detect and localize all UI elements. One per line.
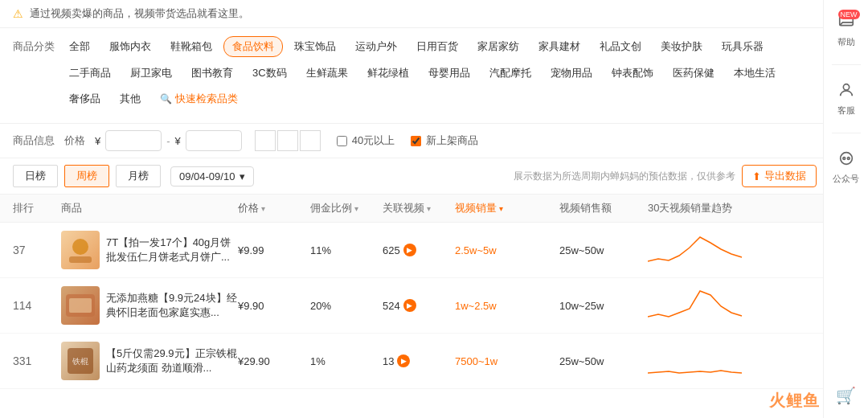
category-row-3: 奢侈品 其他 🔍 快速检索品类 [13,89,855,109]
sidebar-divider-2 [832,133,861,133]
price-label: 价格 [64,133,85,148]
sidebar-wechat[interactable]: 公众号 [833,150,859,185]
cat-pets[interactable]: 宠物用品 [542,64,600,83]
cat-auto[interactable]: 汽配摩托 [481,64,539,83]
sales-amount-2: 10w~25w [559,300,648,312]
th-video-sales[interactable]: 视频销量 ▾ [455,201,559,215]
th-rank: 排行 [13,201,61,215]
related-video-2: 524 ▶ [383,299,455,312]
new-products-label: 新上架商品 [426,133,478,148]
related-video-count-3: 13 [383,355,394,367]
video-sales-2: 1w~2.5w [455,300,559,312]
service-icon [837,81,855,101]
rank-1: 37 [13,244,61,256]
tab-weekly[interactable]: 周榜 [64,165,109,187]
price-min-input[interactable] [105,130,162,151]
tab-monthly[interactable]: 月榜 [116,165,161,187]
cat-kitchen[interactable]: 厨卫家电 [122,64,180,83]
svg-text:铁棍: 铁棍 [72,357,88,366]
cat-watches[interactable]: 钟表配饰 [604,64,661,83]
cat-luxury[interactable]: 奢侈品 [61,89,108,109]
export-button[interactable]: ⬆ 导出数据 [742,165,817,187]
product-cell-3: 铁棍 【5斤仅需29.9元】正宗铁棍山药龙须面 劲道顺滑... [61,342,238,380]
cat-other[interactable]: 其他 [112,89,149,109]
cat-clothing[interactable]: 服饰内衣 [101,37,159,56]
cat-secondhand[interactable]: 二手商品 [61,64,119,83]
filter-label: 商品信息 [13,133,55,148]
date-range-text: 09/04-09/10 [179,170,235,182]
filter-section: 商品信息 价格 ¥ - ¥ 40元以上 新上架商品 [0,124,868,158]
sort-icon-video: ▾ [427,204,431,213]
cat-furniture[interactable]: 家具建材 [530,37,588,56]
cat-baby[interactable]: 母婴用品 [420,64,478,83]
product-img-2 [61,286,100,325]
notice-bar: ⚠ 通过视频卖爆的商品，视频带货选品就看这里。 [0,0,868,28]
new-products-checkbox[interactable] [411,136,421,146]
cat-fresh[interactable]: 生鲜蔬果 [298,64,356,83]
th-price[interactable]: 价格 ▾ [238,201,310,215]
price-max-input[interactable] [186,130,242,151]
sort-icon-video-sales: ▾ [499,204,503,213]
video-link-icon-3[interactable]: ▶ [397,354,410,367]
wechat-icon [837,150,855,170]
video-link-icon-1[interactable]: ▶ [403,244,416,256]
table-row: 114 无添加燕糖【9.9元24块】经典怀旧老面包家庭实惠... ¥9.90 2… [0,278,868,334]
th-product: 商品 [61,201,238,215]
toolbar-right: 展示数据为所选周期内蝉妈妈的预估数据，仅供参考 ⬆ 导出数据 🔄 [514,165,855,187]
cat-jewelry[interactable]: 珠宝饰品 [286,37,344,56]
svg-point-0 [72,239,88,255]
logo-text: 火鲤鱼 [769,390,820,412]
th-commission[interactable]: 佣金比例 ▾ [310,201,383,215]
price-2: ¥9.90 [238,300,310,312]
video-link-icon-2[interactable]: ▶ [403,299,416,312]
cat-medicine[interactable]: 医药保健 [665,64,723,83]
tab-daily[interactable]: 日榜 [13,165,58,187]
th-related-video[interactable]: 关联视频 ▾ [383,201,455,215]
sales-amount-1: 25w~50w [559,244,648,256]
filter-btn-2[interactable] [277,130,298,151]
notice-icon: ⚠ [13,7,23,20]
service-label: 客服 [837,104,855,117]
cat-shoes[interactable]: 鞋靴箱包 [162,37,220,56]
currency-prefix2: ¥ [175,135,181,147]
table-header: 排行 商品 价格 ▾ 佣金比例 ▾ 关联视频 ▾ 视频销量 ▾ 视频销售额 30… [0,195,868,223]
cat-beauty[interactable]: 美妆护肤 [653,37,710,56]
cat-sports[interactable]: 运动户外 [347,37,405,56]
cat-gifts[interactable]: 礼品文创 [592,37,649,56]
svg-point-7 [843,84,849,90]
sales-amount-3: 25w~50w [559,355,648,367]
cat-daily[interactable]: 日用百货 [408,37,466,56]
video-sales-3: 7500~1w [455,355,559,367]
filter-btn-3[interactable] [300,130,321,151]
search-icon: 🔍 [160,93,172,104]
filter-btn-1[interactable] [255,130,276,151]
cat-flowers[interactable]: 鲜花绿植 [359,64,417,83]
cat-local[interactable]: 本地生活 [726,64,784,83]
search-category[interactable]: 🔍 快速检索品类 [152,89,246,109]
filter-40-label: 40元以上 [352,133,395,148]
export-icon: ⬆ [752,170,761,182]
hint-text: 展示数据为所选周期内蝉妈妈的预估数据，仅供参考 [514,170,735,183]
filter-40-group: 40元以上 [337,133,395,148]
rank-2: 114 [13,299,61,312]
new-products-group: 新上架商品 [411,133,478,148]
cat-toys[interactable]: 玩具乐器 [714,37,772,56]
cat-food[interactable]: 食品饮料 [223,36,283,57]
sparkline-3 [648,344,776,379]
category-row-2: 二手商品 厨卫家电 图书教育 3C数码 生鲜蔬果 鲜花绿植 母婴用品 汽配摩托 … [13,64,855,83]
cat-books[interactable]: 图书教育 [183,64,241,83]
th-sales-amount[interactable]: 视频销售额 [559,201,648,215]
main-container: ⚠ 通过视频卖爆的商品，视频带货选品就看这里。 商品分类 全部 服饰内衣 鞋靴箱… [0,0,868,418]
cat-3c[interactable]: 3C数码 [244,64,295,83]
svg-rect-1 [69,256,92,263]
sidebar-cart[interactable]: 🛒 [836,386,856,405]
date-picker[interactable]: 09/04-09/10 ▾ [170,166,254,186]
price-1: ¥9.99 [238,244,310,256]
cat-home[interactable]: 家居家纺 [469,37,527,56]
filter-40-checkbox[interactable] [337,136,347,146]
product-cell-2: 无添加燕糖【9.9元24块】经典怀旧老面包家庭实惠... [61,286,238,325]
cat-all[interactable]: 全部 [61,37,98,56]
price-separator: - [166,135,170,147]
sidebar-help[interactable]: NEW 帮助 [837,13,855,48]
sidebar-service[interactable]: 客服 [837,81,855,117]
